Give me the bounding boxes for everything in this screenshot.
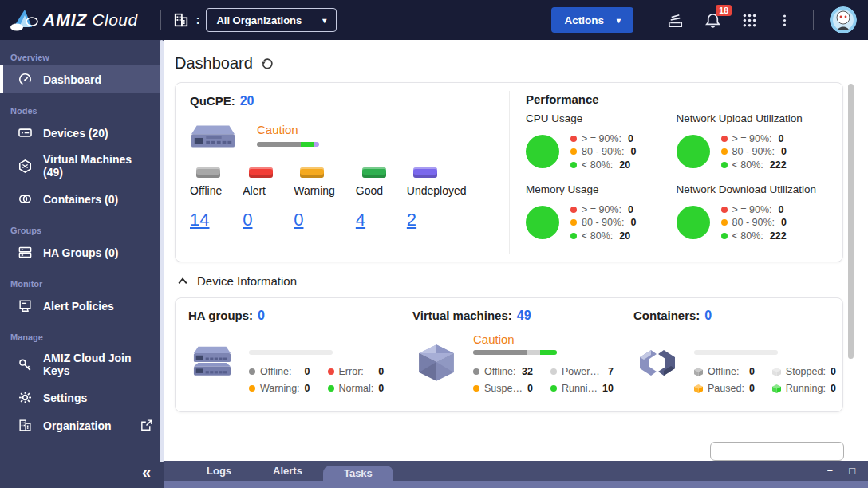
sidebar-item-settings[interactable]: Settings — [0, 384, 164, 411]
dashboard-gauge-icon — [18, 72, 33, 87]
sidebar-scrollbar[interactable] — [160, 40, 164, 462]
task-queue-button[interactable] — [663, 8, 688, 33]
cpu-usage-chart: CPU Usage > = 90%:0 80 - 90%:0 < 80%:20 — [526, 112, 677, 172]
legend-value: 20 — [619, 230, 630, 242]
topbar-divider — [813, 10, 814, 30]
lightgray-dot-icon — [550, 368, 557, 375]
legend-label: > = 90%: — [732, 204, 772, 215]
legend-value: 0 — [628, 133, 633, 144]
legend-value: 0 — [749, 383, 755, 394]
gauge-segment-undeployed — [314, 142, 319, 147]
brand-logo[interactable]: AMIZCloud — [0, 7, 149, 33]
status-count-link[interactable]: 4 — [356, 210, 365, 230]
actions-button[interactable]: Actions ▾ — [551, 7, 633, 33]
orange-dot-icon — [721, 148, 728, 155]
organization-dropdown-value: All Organizations — [216, 14, 302, 26]
grid-icon — [741, 12, 758, 29]
bottom-panel-strip — [164, 481, 868, 488]
legend-value: 32 — [522, 366, 533, 377]
status-label: Warning — [294, 184, 335, 197]
minimize-icon[interactable]: − — [827, 466, 834, 476]
sidebar-item-organization[interactable]: Organization — [0, 411, 164, 439]
legend-label: Offline: — [484, 366, 515, 377]
cutoff-search-box[interactable] — [710, 442, 844, 461]
ha-groups-count-link[interactable]: 0 — [258, 309, 265, 322]
tab-logs[interactable]: Logs — [186, 461, 252, 481]
status-count-link[interactable]: 0 — [294, 210, 303, 230]
sidebar-item-devices[interactable]: Devices (20) — [0, 119, 164, 147]
green-dot-icon — [570, 162, 577, 168]
virtual-machines-count-link[interactable]: 49 — [517, 309, 531, 322]
external-link-icon — [140, 419, 153, 432]
status-count-link[interactable]: 0 — [243, 210, 252, 230]
lightgray-cube-icon — [772, 368, 781, 376]
legend-value: 0 — [628, 204, 633, 215]
tab-tasks[interactable]: Tasks — [323, 466, 393, 481]
sidebar-collapse-button[interactable]: « — [142, 463, 151, 482]
warning-device-icon — [300, 167, 324, 178]
main-scrollbar[interactable] — [848, 84, 854, 359]
tab-alerts[interactable]: Alerts — [252, 461, 323, 481]
bottom-tab-bar: Logs Alerts Tasks − □ — [164, 461, 868, 481]
legend-value: 0 — [749, 366, 755, 377]
chevron-up-icon — [176, 275, 189, 288]
sidebar-item-label: Dashboard — [43, 73, 101, 86]
restore-icon[interactable]: □ — [849, 466, 855, 476]
alert-policy-icon — [18, 298, 33, 313]
legend-value: 0 — [779, 204, 784, 215]
legend-value: 7 — [608, 366, 614, 377]
panel-window-controls: − □ — [827, 466, 868, 476]
refresh-button[interactable] — [260, 57, 274, 71]
user-avatar[interactable] — [830, 6, 857, 33]
gauge-segment-offline — [473, 350, 527, 355]
performance-title: Performance — [526, 92, 827, 106]
legend-label: Error: — [339, 366, 364, 377]
status-label: Alert — [243, 184, 266, 197]
sidebar-item-containers[interactable]: Containers (0) — [0, 185, 164, 213]
legend-label: Normal: — [339, 383, 374, 394]
sidebar-item-dashboard[interactable]: Dashboard — [0, 65, 164, 93]
ha-status-text — [249, 333, 395, 348]
status-label: Offline — [190, 184, 222, 197]
status-label: Good — [356, 184, 383, 197]
ha-groups-panel: HA groups:0 Offline:0 Error:0 — [176, 298, 400, 411]
offline-device-icon — [196, 167, 220, 178]
status-col-good: Good 4 — [356, 167, 386, 230]
sidebar-item-label: Settings — [43, 392, 87, 404]
legend-label: Stopped: — [786, 366, 826, 377]
overview-card: QuCPE:20 Caution — [175, 82, 843, 262]
sidebar-item-ha-groups[interactable]: HA Groups (0) — [0, 238, 164, 266]
legend-value: 0 — [781, 146, 787, 157]
status-col-warning: Warning 0 — [294, 167, 335, 230]
qucpe-status-row: Offline 14 Alert 0 Warning 0 — [190, 167, 495, 230]
more-options-button[interactable] — [774, 9, 795, 32]
chart-title: CPU Usage — [526, 112, 677, 124]
legend-value: 20 — [619, 159, 630, 171]
sidebar-item-virtual-machines[interactable]: Virtual Machines (49) — [0, 147, 164, 185]
organization-dropdown[interactable]: All Organizations ▾ — [206, 8, 337, 32]
green-dot-icon — [721, 233, 728, 239]
notifications-button[interactable]: 18 — [700, 8, 725, 33]
sidebar-section-monitor: Monitor — [0, 279, 164, 289]
qucpe-count-link[interactable]: 20 — [240, 94, 254, 108]
red-dot-icon — [570, 207, 577, 213]
sidebar-section-groups: Groups — [0, 226, 164, 235]
green-dot-icon — [328, 385, 334, 392]
red-dot-icon — [721, 207, 728, 213]
containers-count-link[interactable]: 0 — [704, 309, 712, 322]
legend-value: 0 — [831, 383, 836, 394]
sidebar-item-label: Containers (0) — [43, 193, 118, 206]
apps-grid-button[interactable] — [738, 9, 761, 32]
green-dot-icon — [570, 233, 577, 239]
bottom-panel: Logs Alerts Tasks − □ — [164, 461, 868, 488]
containers-legend: Offline:0 Stopped:0 Paused:0 Running:0 — [694, 366, 847, 394]
containers-logo-image — [633, 331, 681, 394]
sidebar-item-join-keys[interactable]: AMIZ Cloud Join Keys — [0, 345, 164, 384]
ha-legend: Offline:0 Error:0 Warning:0 Normal:0 — [249, 366, 395, 394]
sidebar-item-alert-policies[interactable]: Alert Policies — [0, 292, 164, 320]
page-title: Dashboard — [175, 54, 253, 73]
status-count-link[interactable]: 2 — [407, 210, 416, 230]
status-count-link[interactable]: 14 — [190, 210, 209, 230]
legend-label: Offline: — [708, 366, 739, 377]
device-information-header[interactable]: Device Information — [164, 262, 868, 297]
